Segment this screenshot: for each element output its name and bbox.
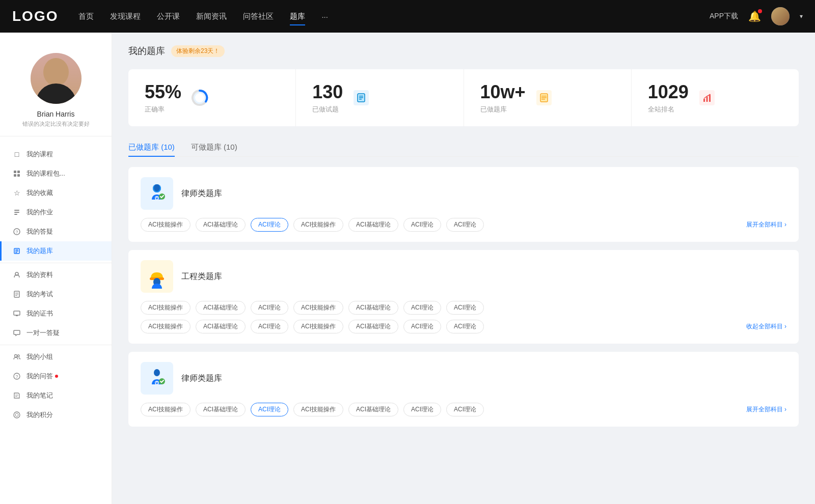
sidebar-item-course-package[interactable]: 我的课程包... [0, 164, 112, 183]
sidebar: Brian Harris 错误的决定比没有决定要好 □ 我的课程 我的课程包..… [0, 33, 112, 504]
sidebar-item-qbank[interactable]: 我的题库 [0, 241, 112, 261]
nav-item-discover[interactable]: 发现课程 [110, 10, 141, 23]
tag-eng-r1-3[interactable]: ACI理论 [251, 301, 288, 315]
tag-lawyer1-2[interactable]: ACI基础理论 [196, 218, 246, 232]
stat-accuracy: 55% 正确率 [128, 69, 296, 126]
svg-point-21 [17, 355, 19, 357]
nav-item-news[interactable]: 新闻资讯 [196, 10, 227, 23]
qbank-tags-lawyer-1: ACI技能操作 ACI基础理论 ACI理论 ACI技能操作 ACI基础理论 AC… [141, 218, 484, 232]
navbar-right: APP下载 🔔 ▾ [710, 7, 803, 25]
tag-eng-r2-1[interactable]: ACI技能操作 [141, 320, 191, 333]
svg-text:?: ? [15, 230, 18, 235]
stat-done-banks-icon [534, 88, 554, 108]
qbank-engineer-icon [141, 260, 173, 293]
svg-rect-15 [15, 293, 18, 293]
svg-point-49 [154, 369, 160, 376]
tag-lawyer2-7[interactable]: ACI理论 [446, 403, 484, 416]
svg-rect-37 [541, 99, 545, 100]
app-download-button[interactable]: APP下载 [710, 12, 738, 21]
tag-eng-r1-1[interactable]: ACI技能操作 [141, 301, 191, 315]
notes-icon-stat [354, 90, 369, 105]
nav-item-qa[interactable]: 问答社区 [243, 10, 274, 23]
avatar-dropdown-arrow[interactable]: ▾ [800, 13, 803, 20]
sidebar-item-course[interactable]: □ 我的课程 [0, 145, 112, 164]
sidebar-item-qa-mine[interactable]: ? 我的答疑 [0, 222, 112, 241]
tab-done-banks[interactable]: 已做题库 (10) [128, 138, 175, 156]
nav-item-qbank[interactable]: 题库 [290, 10, 305, 23]
sidebar-item-exam[interactable]: 我的考试 [0, 285, 112, 304]
qbank-lawyer-icon-2 [141, 362, 173, 395]
tag-lawyer2-5[interactable]: ACI基础理论 [348, 403, 398, 416]
sidebar-profile: Brian Harris 错误的决定比没有决定要好 [0, 43, 112, 136]
svg-text:?: ? [15, 374, 18, 379]
tag-eng-r2-6[interactable]: ACI理论 [403, 320, 441, 333]
sidebar-item-1on1[interactable]: 一对一答疑 [0, 323, 112, 343]
sidebar-item-profile[interactable]: 我的资料 [0, 265, 112, 285]
nav-item-home[interactable]: 首页 [78, 10, 94, 23]
tag-lawyer1-1[interactable]: ACI技能操作 [141, 218, 191, 232]
svg-rect-11 [15, 251, 18, 252]
homework-icon [12, 208, 21, 217]
favorites-icon: ☆ [12, 188, 21, 198]
user-name: Brian Harris [37, 110, 75, 118]
tag-eng-r1-4[interactable]: ACI技能操作 [293, 301, 343, 315]
sidebar-item-homework[interactable]: 我的作业 [0, 203, 112, 222]
sidebar-item-favorites[interactable]: ☆ 我的收藏 [0, 183, 112, 203]
svg-rect-39 [706, 97, 708, 102]
myqa-icon: ? [12, 372, 21, 381]
tag-lawyer1-3[interactable]: ACI理论 [251, 218, 288, 232]
tag-lawyer2-4[interactable]: ACI技能操作 [293, 403, 343, 416]
svg-point-24 [14, 412, 20, 418]
profile-avatar [31, 53, 82, 104]
tag-lawyer1-5[interactable]: ACI基础理论 [348, 218, 398, 232]
certificate-icon [12, 309, 21, 318]
sidebar-item-points[interactable]: 我的积分 [0, 405, 112, 425]
collapse-engineer[interactable]: 收起全部科目 › [746, 322, 786, 331]
svg-point-44 [154, 184, 160, 191]
svg-rect-38 [703, 99, 705, 102]
tag-lawyer1-6[interactable]: ACI理论 [403, 218, 441, 232]
tab-available-banks[interactable]: 可做题库 (10) [191, 138, 237, 156]
navbar: LOGO 首页 发现课程 公开课 新闻资讯 问答社区 题库 ··· APP下载 … [0, 0, 815, 33]
tag-lawyer1-4[interactable]: ACI技能操作 [293, 218, 343, 232]
tag-lawyer2-6[interactable]: ACI理论 [403, 403, 441, 416]
stat-done-banks-value: 10w+ [480, 81, 526, 103]
sidebar-item-myqa[interactable]: ? 我的问答 [0, 367, 112, 386]
tag-lawyer2-3[interactable]: ACI理论 [251, 403, 288, 416]
stat-accuracy-label: 正确率 [145, 105, 181, 114]
tag-eng-r1-6[interactable]: ACI理论 [403, 301, 441, 315]
tag-lawyer2-1[interactable]: ACI技能操作 [141, 403, 191, 416]
expand-lawyer-2[interactable]: 展开全部科目 › [746, 405, 786, 414]
svg-point-20 [15, 355, 17, 357]
tag-eng-r2-5[interactable]: ACI基础理论 [348, 320, 398, 333]
avatar-inner [31, 53, 82, 104]
svg-rect-2 [14, 174, 16, 177]
profile-icon [12, 270, 21, 279]
nav-item-opencourse[interactable]: 公开课 [157, 10, 180, 23]
avatar[interactable] [771, 7, 790, 25]
sidebar-item-certificate[interactable]: 我的证书 [0, 304, 112, 323]
stat-done-banks-info: 10w+ 已做题库 [480, 81, 526, 114]
tag-lawyer1-7[interactable]: ACI理论 [446, 218, 484, 232]
tag-eng-r2-4[interactable]: ACI技能操作 [293, 320, 343, 333]
qbank-header-lawyer-1: 律师类题库 [141, 177, 786, 210]
tag-eng-r2-7[interactable]: ACI理论 [446, 320, 484, 333]
notification-bell[interactable]: 🔔 [748, 10, 761, 22]
stat-done-banks-label: 已做题库 [480, 105, 526, 114]
trial-badge: 体验剩余23天！ [171, 45, 225, 57]
qbank-name-lawyer-1: 律师类题库 [181, 188, 222, 199]
qbank-card-lawyer-2: 律师类题库 ACI技能操作 ACI基础理论 ACI理论 ACI技能操作 ACI基… [128, 352, 799, 427]
tag-eng-r1-2[interactable]: ACI基础理论 [196, 301, 246, 315]
svg-rect-1 [17, 171, 20, 173]
avatar-image [771, 7, 790, 25]
expand-lawyer-1[interactable]: 展开全部科目 › [746, 220, 786, 229]
tag-eng-r1-5[interactable]: ACI基础理论 [348, 301, 398, 315]
sidebar-item-group[interactable]: 我的小组 [0, 347, 112, 367]
sidebar-item-notes[interactable]: 我的笔记 [0, 386, 112, 405]
nav-item-more[interactable]: ··· [321, 10, 328, 23]
tag-eng-r1-7[interactable]: ACI理论 [446, 301, 484, 315]
tag-lawyer2-2[interactable]: ACI基础理论 [196, 403, 246, 416]
tag-eng-r2-2[interactable]: ACI基础理论 [196, 320, 246, 333]
svg-rect-18 [14, 311, 20, 315]
tag-eng-r2-3[interactable]: ACI理论 [251, 320, 288, 333]
